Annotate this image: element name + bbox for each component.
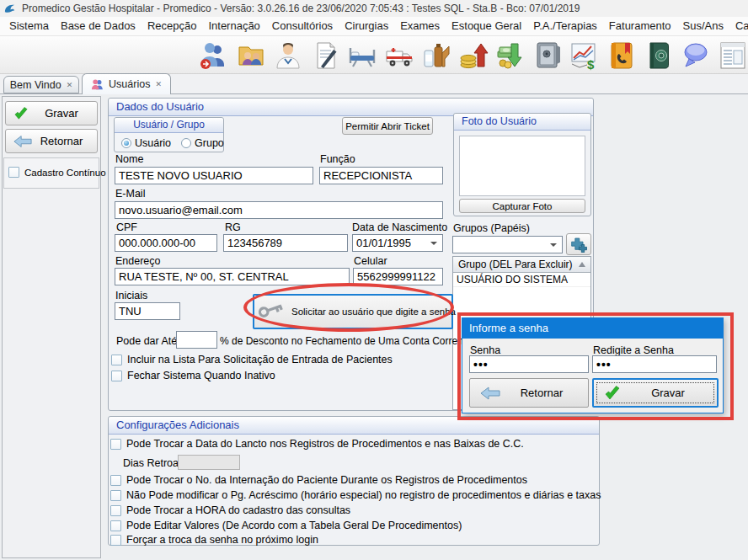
pode-dar-ate-label: Pode dar Até:: [116, 335, 180, 347]
funcao-input[interactable]: RECEPCIONISTA: [319, 167, 443, 184]
capturar-foto-button[interactable]: Capturar Foto: [459, 199, 585, 213]
menu-item-sus-ans[interactable]: Sus/Ans: [677, 17, 729, 35]
endereco-label: Endereço: [115, 255, 161, 267]
tab-close-icon[interactable]: ✕: [67, 81, 73, 89]
iniciais-input[interactable]: TNU: [115, 302, 180, 320]
gravar-button[interactable]: Gravar: [5, 101, 98, 125]
informe-senha-title: Informe a senha: [462, 318, 723, 339]
solicitar-senha-button[interactable]: Solicitar ao usuário que digite a senha: [253, 294, 453, 329]
tab-bem-vindo[interactable]: Bem Vindo ✕: [3, 76, 79, 93]
menu-item-base-de-dados[interactable]: Base de Dados: [55, 17, 142, 35]
grupos-papeis-dropdown[interactable]: [452, 236, 563, 253]
trocar-hora-checkbox[interactable]: Pode Trocar a HORA do cadastro das consu…: [110, 504, 350, 516]
phone-book-icon[interactable]: [606, 40, 637, 71]
retornar-button[interactable]: Retornar: [5, 129, 98, 153]
grupo-list-header[interactable]: Grupo (DEL Para Excluir): [453, 257, 590, 273]
forcar-troca-senha-checkbox[interactable]: Forçar a troca da senha no próximo login: [110, 534, 318, 546]
cadastro-continuo-checkbox[interactable]: Cadastro Contínuo: [8, 167, 106, 178]
senha-value: •••: [473, 358, 489, 371]
cadastro-continuo-panel: Cadastro Contínuo: [3, 157, 99, 189]
checkbox-icon[interactable]: [111, 371, 122, 381]
checkbox-icon[interactable]: [110, 439, 121, 450]
menu-item-internacao[interactable]: Internação: [202, 17, 265, 35]
data-nascimento-dropdown[interactable]: 01/01/1995: [352, 234, 443, 252]
menu-item-consultorios[interactable]: Consultórios: [266, 17, 339, 35]
checkbox-icon[interactable]: [110, 535, 121, 546]
editar-valores-checkbox[interactable]: Pode Editar Valores (De Acordo com a Tab…: [110, 520, 462, 531]
email-input[interactable]: novo.usuario@email.com: [115, 201, 443, 219]
doctor-icon[interactable]: [273, 40, 303, 71]
nome-label: Nome: [115, 153, 143, 165]
email-label: E-Mail: [115, 188, 145, 200]
menu-item-cirurgias[interactable]: Cirurgias: [339, 17, 394, 35]
chat-icon[interactable]: [681, 40, 711, 71]
cpf-value: 000.000.000-00: [119, 237, 195, 249]
email-value: novo.usuario@email.com: [119, 204, 243, 216]
patients-folder-icon[interactable]: [236, 40, 266, 71]
fechar-sistema-checkbox[interactable]: Fechar Sistema Quando Inativo: [111, 370, 275, 381]
cpf-input[interactable]: 000.000.000-00: [115, 234, 217, 252]
checkbox-icon[interactable]: [110, 520, 121, 531]
checkbox-icon[interactable]: [111, 355, 122, 365]
add-grupo-button[interactable]: [566, 233, 591, 255]
checkbox-icon[interactable]: [110, 475, 121, 486]
cadastro-continuo-label: Cadastro Contínuo: [24, 168, 106, 178]
toolbar: $: [0, 36, 748, 74]
trocar-no-internacao-checkbox[interactable]: Pode Trocar o No. da Internação do Pacie…: [110, 474, 527, 486]
iniciais-label: Iniciais: [115, 290, 147, 301]
hospital-bed-icon[interactable]: [347, 40, 377, 71]
grupo-list-item[interactable]: USUÁRIO DO SISTEMA: [453, 273, 590, 287]
forcar-troca-senha-label: Forçar a troca da senha no próximo login: [126, 534, 318, 546]
desconto-suffix-label: % de Desconto no Fechamento de Uma Conta…: [220, 335, 472, 347]
redigite-senha-input[interactable]: •••: [592, 355, 717, 373]
senha-input[interactable]: •••: [469, 355, 589, 373]
permitir-abrir-ticket-button[interactable]: Permitir Abrir Ticket: [342, 117, 433, 135]
dialog-gravar-button[interactable]: Gravar: [592, 378, 719, 408]
desconto-input[interactable]: [176, 331, 217, 349]
nao-modificar-acrescimo-checkbox[interactable]: Não Pode modificar o Pg. Acréscimo (horá…: [110, 489, 601, 501]
data-nascimento-label: Data de Nascimento: [352, 221, 447, 233]
money-up-icon[interactable]: [458, 40, 489, 71]
menu-item-recepcao[interactable]: Recepção: [142, 17, 203, 35]
document-pen-icon[interactable]: [310, 40, 340, 71]
rg-input[interactable]: 123456789: [223, 234, 348, 252]
radio-usuario[interactable]: Usuário: [121, 137, 171, 149]
tab-usuarios-label: Usuários: [109, 78, 150, 90]
trocar-data-lancto-checkbox[interactable]: Pode Trocar a Data do Lancto nos Registr…: [110, 438, 524, 450]
foto-usuario-title: Foto do Usuário: [454, 114, 590, 131]
pharmacy-icon[interactable]: [421, 40, 451, 71]
tab-close-icon[interactable]: ✕: [155, 80, 162, 88]
solicitar-senha-label: Solicitar ao usuário que digite a senha: [286, 307, 456, 317]
incluir-lista-checkbox[interactable]: Incluir na Lista Para Solicitação de Ent…: [111, 354, 393, 365]
safe-icon[interactable]: [532, 40, 563, 71]
ledger-book-icon[interactable]: [644, 40, 674, 71]
menu-item-caixa[interactable]: Caixa: [729, 17, 748, 35]
menu-item-pa-terapias[interactable]: P.A./Terapias: [527, 17, 603, 35]
radio-selected-icon[interactable]: [121, 138, 131, 148]
dialog-retornar-button[interactable]: Retornar: [469, 378, 589, 408]
menu-item-faturamento[interactable]: Faturamento: [603, 17, 677, 35]
window-title: Promedico Gestão Hospitalar - Promedico …: [22, 3, 580, 14]
checkbox-icon[interactable]: [110, 490, 121, 501]
users-icon[interactable]: [199, 40, 229, 71]
radio-grupo[interactable]: Grupo: [181, 137, 224, 149]
incluir-lista-label: Incluir na Lista Para Solicitação de Ent…: [127, 354, 393, 365]
dias-retroativos-input[interactable]: [178, 455, 240, 470]
users-tab-icon: [91, 78, 104, 91]
money-down-icon[interactable]: [495, 40, 526, 71]
tab-usuarios[interactable]: Usuários ✕: [82, 73, 171, 94]
ambulance-icon[interactable]: [384, 40, 414, 71]
endereco-input[interactable]: RUA TESTE, Nº 00, ST. CENTRAL: [115, 268, 350, 285]
celular-input[interactable]: 5562999991122: [353, 268, 443, 285]
funcao-label: Função: [320, 153, 355, 165]
finance-chart-icon[interactable]: $: [569, 40, 600, 71]
checkbox-icon[interactable]: [8, 167, 19, 178]
checkbox-icon[interactable]: [110, 505, 121, 516]
radio-unselected-icon[interactable]: [181, 138, 191, 148]
nome-input[interactable]: TESTE NOVO USUARIO: [115, 167, 313, 184]
celular-label: Celular: [354, 255, 387, 267]
menu-item-estoque-geral[interactable]: Estoque Geral: [446, 17, 527, 35]
menu-item-exames[interactable]: Exames: [394, 17, 446, 35]
report-form-icon[interactable]: [718, 40, 748, 71]
menu-item-sistema[interactable]: Sistema: [3, 17, 55, 35]
